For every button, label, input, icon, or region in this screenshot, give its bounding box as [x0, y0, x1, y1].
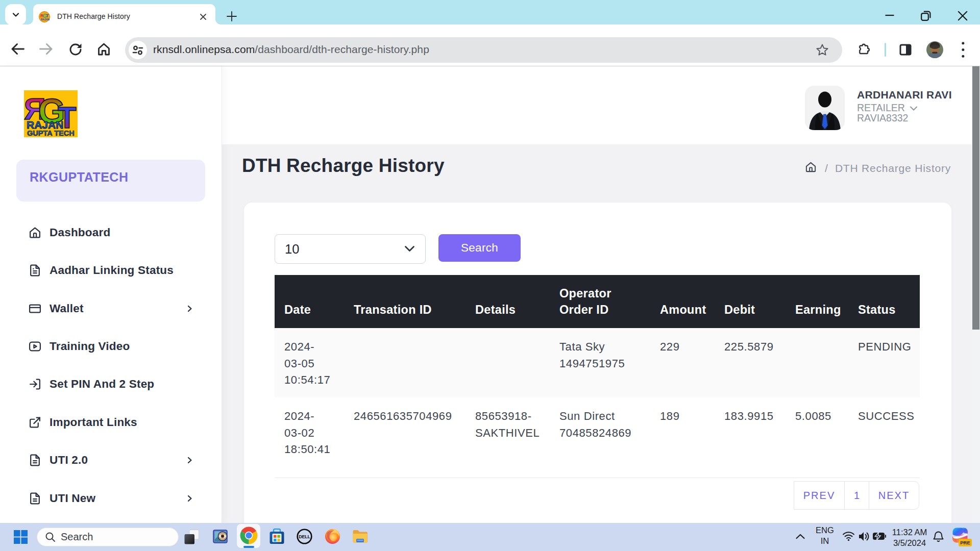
svg-text:RAJAN: RAJAN	[41, 18, 50, 21]
svg-text:DELL: DELL	[299, 534, 310, 539]
svg-text:GUPTA TECH: GUPTA TECH	[27, 129, 75, 137]
